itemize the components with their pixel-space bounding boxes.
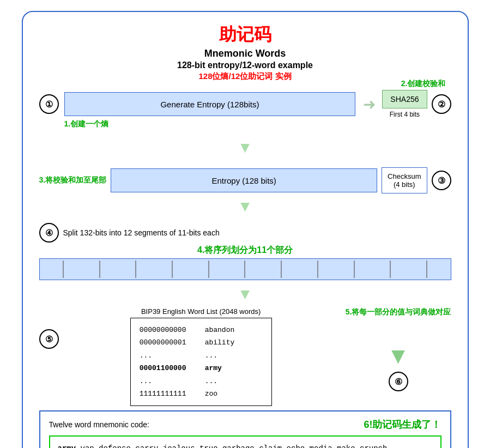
split-text: Split 132-bits into 12 segments of 11-bi… [63,228,220,237]
bip39-row-army: 00001100000 army [140,362,263,374]
entropy-box: Generate Entropy (128bits) [64,92,356,116]
bip39-label: BIP39 English Word List (2048 words) [141,307,261,316]
label-4-cn: 4.将序列划分为11个部分 [39,245,451,256]
arrow-down-1: ▼ [39,139,451,156]
label-3: 3.将校验和加至尾部 [39,175,107,185]
mnemonic-section: Twelve word mnemonic code: 6!助记码生成了！ arm… [39,410,451,448]
row-step3: 3.将校验和加至尾部 Entropy (128 bits) Checksum(4… [39,167,451,193]
mnemonic-code-box: army van defense carry jealous true garb… [49,435,441,448]
step4-circle: ④ [39,223,59,243]
mnemonic-first-word: army [58,444,76,448]
subtitle-cn: 128位熵/12位助记词 实例 [39,71,451,82]
step6-circle: ⑥ [389,372,408,391]
bip39-word-dots2: ... [205,375,217,388]
seg-div-1 [63,261,64,278]
seg-div-10 [390,261,391,278]
seg-div-4 [172,261,173,278]
mnemonic-title: Twelve word mnemonic code: [49,420,149,429]
arrow-down-2: ▼ [39,198,451,215]
seg-div-5 [208,261,209,278]
mnemonic-rest: van defense carry jealous true garbage c… [76,444,387,448]
step1-circle: ① [39,94,59,114]
row-step5: ⑤ BIP39 English Word List (2048 words) 0… [39,307,451,406]
segments-bar [39,258,451,280]
bip39-word-0: abandon [205,324,235,336]
bip39-word-zoo: zoo [205,388,217,400]
bip39-word-dots1: ... [205,349,217,362]
bip39-row-dots2: ... ... [140,375,263,388]
seg-div-7 [281,261,282,278]
bip39-box: 00000000000 abandon 00000000001 ability … [130,318,272,406]
label-2-checksum: 2.创建校验和 [401,79,446,89]
seg-div-11 [426,261,427,278]
first4bits: First 4 bits [390,111,420,118]
bip39-row-dots1: ... ... [140,349,263,362]
checksum-box: Checksum(4 bits) [382,167,427,193]
step3-circle: ③ [432,171,451,190]
bip39-row-1: 00000000001 ability [140,336,263,349]
bip39-row-0: 00000000000 abandon [140,324,263,336]
label-5-cn: 5.将每一部分的值与词典做对应 [346,307,451,317]
bip39-bits-zoo: 11111111111 [140,388,199,400]
arrow-down-3: ▼ [39,286,451,303]
seg-div-6 [244,261,245,278]
title-cn: 助记码 [39,23,451,47]
bip39-bits-1: 00000000001 [140,336,199,349]
sha256-box: SHA256 [382,90,427,108]
arrow-to-step6: ▼ [387,344,410,367]
label-1-create: 1.创建一个熵 [64,119,109,129]
bip39-bits-dots1: ... [140,349,199,362]
right-col: 5.将每一部分的值与词典做对应 ▼ ⑥ [346,307,451,391]
bip39-container: BIP39 English Word List (2048 words) 000… [65,307,337,406]
title-en: Mnemonic Words [39,48,451,59]
seg-div-8 [317,261,318,278]
step2-group: SHA256 First 4 bits [382,90,427,118]
bip39-bits-army: 00001100000 [140,362,199,374]
mnemonic-header: Twelve word mnemonic code: 6!助记码生成了！ [49,418,441,431]
bip39-word-1: ability [205,336,235,349]
label-6-cn: 6!助记码生成了！ [364,418,441,431]
main-container: 助记码 Mnemonic Words 128-bit entropy/12-wo… [22,11,469,448]
bip39-word-army: army [205,362,222,374]
seg-div-3 [135,261,136,278]
step5-circle: ⑤ [39,329,59,349]
checksum-label: Checksum(4 bits) [388,172,421,189]
seg-div-9 [354,261,355,278]
row-step4-text: ④ Split 132-bits into 12 segments of 11-… [39,223,451,243]
bip39-row-zoo: 11111111111 zoo [140,388,263,400]
entropy128-box: Entropy (128 bits) [111,168,377,192]
row-step1: 2.创建校验和 ① Generate Entropy (128bits) ➜ S… [39,90,451,118]
bip39-bits-dots2: ... [140,375,199,388]
bip39-bits-0: 00000000000 [140,324,199,336]
subtitle-en: 128-bit entropy/12-word example [39,60,451,70]
step2-circle: ② [432,94,451,114]
seg-div-2 [99,261,100,278]
arrow-right-1: ➜ [363,95,376,113]
